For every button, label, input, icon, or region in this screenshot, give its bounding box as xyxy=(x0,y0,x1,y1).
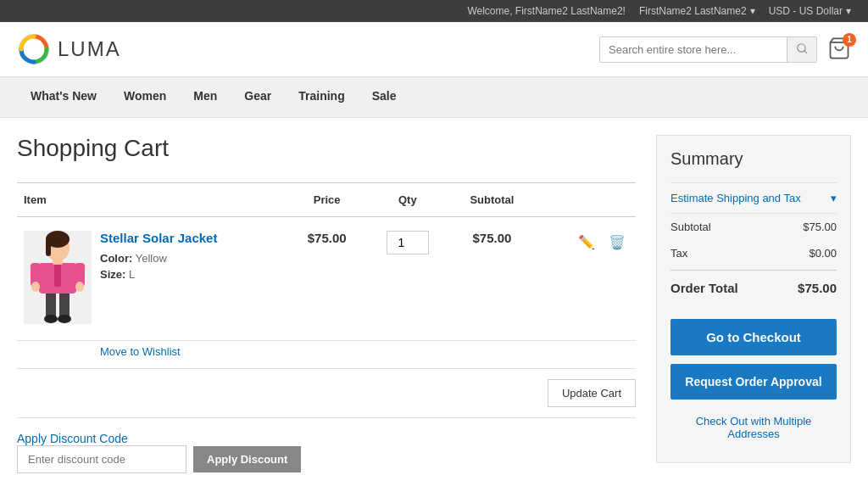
total-label: Order Total xyxy=(670,281,738,295)
svg-rect-16 xyxy=(46,239,51,256)
currency-selector[interactable]: USD - US Dollar ▾ xyxy=(769,5,851,17)
svg-point-12 xyxy=(31,282,40,292)
color-label: Color: xyxy=(100,252,132,265)
discount-section: Apply Discount Code Apply Discount xyxy=(17,418,636,487)
edit-item-button[interactable]: ✏️ xyxy=(575,231,598,254)
table-row: Stellar Solar Jacket Color: Yellow Size:… xyxy=(17,217,636,341)
summary-title: Summary xyxy=(670,149,837,169)
header-right: 1 xyxy=(599,36,851,63)
move-to-wishlist-link[interactable]: Move to Wishlist xyxy=(100,345,181,358)
product-size: Size: L xyxy=(100,268,281,281)
item-qty-cell xyxy=(366,217,449,341)
nav-whats-new[interactable]: What's New xyxy=(17,77,110,117)
wishlist-row: Move to Wishlist xyxy=(17,341,636,369)
search-input[interactable] xyxy=(600,38,787,61)
discount-toggle[interactable]: Apply Discount Code xyxy=(17,432,128,445)
currency-label: USD - US Dollar xyxy=(769,5,843,17)
cart-icon[interactable]: 1 xyxy=(827,36,851,63)
summary-section: Summary Estimate Shipping and Tax ▾ Subt… xyxy=(656,135,851,463)
total-value: $75.00 xyxy=(798,281,837,295)
estimate-shipping-row[interactable]: Estimate Shipping and Tax ▾ xyxy=(670,182,837,214)
svg-point-11 xyxy=(75,282,84,292)
svg-point-17 xyxy=(44,315,58,323)
welcome-text: Welcome, FirstName2 LastName2! xyxy=(467,5,626,17)
nav-women[interactable]: Women xyxy=(110,77,180,117)
header: LUMA 1 xyxy=(0,22,868,77)
svg-point-18 xyxy=(58,315,71,323)
user-chevron: ▾ xyxy=(750,5,755,17)
checkout-button[interactable]: Go to Checkout xyxy=(670,319,837,355)
item-subtotal: $75.00 xyxy=(449,217,535,341)
main-content: Shopping Cart Item Price Qty Subtotal xyxy=(0,118,868,503)
top-bar: Welcome, FirstName2 LastName2! FirstName… xyxy=(0,0,868,22)
currency-chevron: ▾ xyxy=(846,5,851,17)
cart-actions: Update Cart xyxy=(17,369,636,418)
delete-item-button[interactable]: 🗑️ xyxy=(605,231,629,254)
page-title: Shopping Cart xyxy=(17,135,636,162)
item-actions: ✏️ 🗑️ xyxy=(575,231,629,254)
logo-icon xyxy=(17,32,51,66)
multi-address-link[interactable]: Check Out with Multiple Addresses xyxy=(670,406,837,449)
product-color: Color: Yellow xyxy=(100,252,281,265)
navigation: What's New Women Men Gear Training Sale xyxy=(0,77,868,118)
col-subtotal: Subtotal xyxy=(449,183,535,217)
product-image xyxy=(24,231,92,324)
update-cart-button[interactable]: Update Cart xyxy=(548,379,636,407)
item-price: $75.00 xyxy=(288,217,366,341)
color-value: Yellow xyxy=(136,252,167,265)
request-approval-button[interactable]: Request Order Approval xyxy=(670,364,837,400)
size-value: L xyxy=(129,268,135,281)
cart-badge: 1 xyxy=(843,33,856,47)
svg-rect-8 xyxy=(54,263,61,287)
estimate-chevron: ▾ xyxy=(831,192,837,204)
subtotal-value: $75.00 xyxy=(803,221,837,233)
nav-men[interactable]: Men xyxy=(180,77,231,117)
nav-gear[interactable]: Gear xyxy=(231,77,285,117)
search-bar xyxy=(599,36,817,63)
subtotal-label: Subtotal xyxy=(670,221,711,233)
order-total-row: Order Total $75.00 xyxy=(670,270,837,305)
logo[interactable]: LUMA xyxy=(17,32,121,66)
nav-sale[interactable]: Sale xyxy=(359,77,410,117)
logo-text: LUMA xyxy=(58,37,121,61)
search-button[interactable] xyxy=(787,37,816,62)
search-icon xyxy=(796,42,808,54)
col-qty: Qty xyxy=(366,183,449,217)
nav-training[interactable]: Training xyxy=(285,77,358,117)
svg-line-2 xyxy=(804,50,807,53)
tax-label: Tax xyxy=(670,247,687,260)
size-label: Size: xyxy=(100,268,125,281)
subtotal-row: Subtotal $75.00 xyxy=(670,214,837,240)
qty-input[interactable] xyxy=(387,231,429,254)
discount-form: Apply Discount xyxy=(17,445,636,473)
estimate-label: Estimate Shipping and Tax xyxy=(670,192,801,204)
user-menu[interactable]: FirstName2 LastName2 ▾ xyxy=(639,5,755,17)
discount-input[interactable] xyxy=(17,445,186,473)
apply-discount-button[interactable]: Apply Discount xyxy=(193,446,301,472)
tax-row: Tax $0.00 xyxy=(670,240,837,266)
col-item: Item xyxy=(17,183,288,217)
cart-table: Item Price Qty Subtotal xyxy=(17,182,636,369)
tax-value: $0.00 xyxy=(809,247,837,260)
user-name: FirstName2 LastName2 xyxy=(639,5,747,17)
col-price: Price xyxy=(288,183,366,217)
cart-section: Shopping Cart Item Price Qty Subtotal xyxy=(17,135,636,487)
product-name[interactable]: Stellar Solar Jacket xyxy=(100,231,281,245)
